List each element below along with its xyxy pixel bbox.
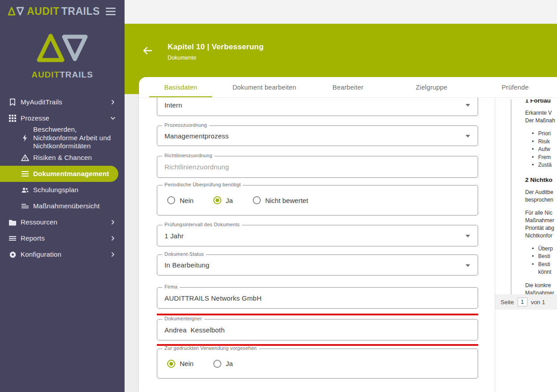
radio-option-ja[interactable]: Ja xyxy=(213,196,233,204)
field-value: Managementprozess xyxy=(164,132,229,140)
back-arrow-icon[interactable] xyxy=(142,46,152,55)
chevron-right-icon xyxy=(110,99,116,105)
preview-heading: 2 Nichtko xyxy=(525,177,557,183)
tab-bar: Basisdaten Dokument bearbeiten Bearbeite… xyxy=(139,77,557,98)
lines-icon xyxy=(21,203,30,209)
tab-basisdaten[interactable]: Basisdaten xyxy=(139,77,223,97)
field-placeholder: Richtlinienzuordnung xyxy=(164,163,229,171)
brand-triangles-icon xyxy=(7,6,25,17)
field-value: Intern xyxy=(164,101,182,109)
field-label: Prozesszuordnung xyxy=(162,122,209,128)
brand-text-trails: TRAILS xyxy=(61,5,100,17)
report-lines-icon xyxy=(8,236,17,241)
field-value: Andrea Kesselboth xyxy=(164,326,225,334)
radio-icon xyxy=(213,360,221,368)
sidebar-header: AUDITTRAILS xyxy=(0,0,125,22)
radio-icon xyxy=(167,360,175,368)
radio-option-nicht-bewertet[interactable]: Nicht bewertet xyxy=(253,196,308,204)
document-preview-page: 1 Fortlau Erkannte V Der Maßnah Priori R… xyxy=(511,99,557,294)
main-area: Kapitel 10 | Verbesserung Dokumente Basi… xyxy=(125,0,557,392)
field-label: Richtlinienzuordnung xyxy=(162,153,215,158)
field-value: In Bearbeitung xyxy=(164,261,209,269)
field-dokumenteigner[interactable]: Dokumenteigner Andrea Kesselboth xyxy=(157,319,478,340)
dropdown-caret-icon xyxy=(466,104,470,107)
dropdown-caret-icon xyxy=(466,135,470,138)
sidebar-item-label: Schulungsplan xyxy=(33,186,116,194)
field-label: Periodische Überprüfung benötigt xyxy=(162,182,243,187)
sidebar-item-label: Ressourcen xyxy=(21,218,110,227)
brand-text-audit: AUDIT xyxy=(27,5,60,17)
field-dokument-status[interactable]: Dokument-Status In Bearbeitung xyxy=(157,254,478,276)
sidebar-item-prozesse[interactable]: Prozesse xyxy=(0,110,125,126)
radio-group: Nein Ja xyxy=(164,360,233,368)
tab-pruefende[interactable]: Prüfende xyxy=(473,77,557,97)
sidebar-item-label: Prozesse xyxy=(21,114,110,123)
preview-heading: 1 Fortlau xyxy=(525,99,557,104)
logo-triangles-icon xyxy=(35,31,89,66)
sidebar-item-label: Risiken & Chancen xyxy=(33,154,116,162)
field-periodische-ueberpruefung: Periodische Überprüfung benötigt Nein Ja… xyxy=(157,185,478,215)
field-richtlinienzuordnung[interactable]: Richtlinienzuordnung Richtlinienzuordnun… xyxy=(157,156,478,178)
warning-triangle-icon xyxy=(21,154,30,161)
radio-option-nein[interactable]: Nein xyxy=(167,196,194,204)
field-label: Dokument-Status xyxy=(162,251,206,257)
field-value: AUDITTRAILS Networks GmbH xyxy=(164,294,262,302)
document-preview-panel: 1 Fortlau Erkannte V Der Maßnah Priori R… xyxy=(495,98,557,392)
dropdown-caret-icon xyxy=(466,235,470,237)
bookmark-icon xyxy=(8,98,17,106)
sidebar-item-beschwerden[interactable]: Beschwerden, Nichtkonforme Arbeit und Ni… xyxy=(0,126,125,150)
hamburger-menu-icon[interactable] xyxy=(106,8,116,15)
basisdaten-form: Intern Prozesszuordnung Managementprozes… xyxy=(157,98,478,392)
sidebar: AUDITTRAILS AUDITTRAILS MyAuditTrails P xyxy=(0,0,125,392)
radio-group: Nein Ja Nicht bewertet xyxy=(164,196,308,204)
page-subtitle: Dokumente xyxy=(168,55,263,61)
tab-dokument-bearbeiten[interactable]: Dokument bearbeiten xyxy=(223,77,307,97)
chevron-right-icon xyxy=(110,236,116,241)
dokumenteigner-wrapper: Dokumenteigner Andrea Kesselboth xyxy=(157,319,478,340)
folder-icon xyxy=(8,219,17,226)
preview-pagination-bar: Seite 1 von 1 xyxy=(495,294,557,310)
sidebar-item-massnahmenuebersicht[interactable]: Maßnahmenübersicht xyxy=(0,198,125,214)
page-title: Kapitel 10 | Verbesserung xyxy=(168,43,263,52)
sidebar-item-myaudittrails[interactable]: MyAuditTrails xyxy=(0,94,125,110)
field-firma[interactable]: Firma AUDITTRAILS Networks GmbH xyxy=(157,287,478,309)
field-prozesszuordnung[interactable]: Prozesszuordnung Managementprozess xyxy=(157,125,478,146)
field-label: Prüfungsintervall des Dokuments xyxy=(162,222,242,227)
sidebar-item-konfiguration[interactable]: Konfiguration xyxy=(0,246,125,263)
field-select-clipped[interactable]: Intern xyxy=(157,98,478,116)
sidebar-logo: AUDITTRAILS xyxy=(0,31,125,80)
people-icon xyxy=(21,187,30,193)
sidebar-item-ressourcen[interactable]: Ressourcen xyxy=(0,214,125,230)
sidebar-item-reports[interactable]: Reports xyxy=(0,230,125,246)
lightning-bolt-icon xyxy=(21,134,30,142)
list-icon xyxy=(21,171,30,177)
sidebar-item-label: MyAuditTrails xyxy=(21,98,110,107)
sidebar-item-schulungsplan[interactable]: Schulungsplan xyxy=(0,182,125,198)
field-label: Dokumenteigner xyxy=(162,316,204,321)
sidebar-item-label: Maßnahmenübersicht xyxy=(33,202,116,211)
dropdown-caret-icon xyxy=(466,264,470,267)
field-value: 1 Jahr xyxy=(164,232,184,240)
sidebar-item-dokumentmanagement[interactable]: Dokumentmanagement xyxy=(0,166,118,182)
chevron-right-icon xyxy=(110,220,116,225)
preview-bullet-list: Überp Besti Besti könnt xyxy=(525,245,557,276)
page-number-input[interactable]: 1 xyxy=(518,297,527,306)
tab-bearbeiter[interactable]: Bearbeiter xyxy=(306,77,390,97)
sidebar-item-risiken-chancen[interactable]: Risiken & Chancen xyxy=(0,150,125,166)
top-strip xyxy=(125,0,557,24)
field-pruefungsintervall[interactable]: Prüfungsintervall des Dokuments 1 Jahr xyxy=(157,225,478,246)
content-card: Basisdaten Dokument bearbeiten Bearbeite… xyxy=(139,77,557,392)
sidebar-item-label: Konfiguration xyxy=(21,250,110,259)
radio-icon xyxy=(213,196,221,204)
sidebar-item-label: Dokumentmanagement xyxy=(33,170,109,178)
field-label: Firma xyxy=(162,284,180,289)
field-gedruckte-verwendung: Zur gedruckten Verwendung vorgesehen Nei… xyxy=(157,349,478,379)
logo-wordmark: AUDITTRAILS xyxy=(0,70,125,80)
chevron-right-icon xyxy=(110,252,116,257)
sidebar-menu: MyAuditTrails Prozesse Beschwerden, Nich… xyxy=(0,94,125,263)
radio-option-ja[interactable]: Ja xyxy=(213,360,233,368)
radio-option-nein[interactable]: Nein xyxy=(167,360,194,368)
radio-icon xyxy=(167,196,175,204)
tab-zielgruppe[interactable]: Zielgruppe xyxy=(390,77,474,97)
gear-icon xyxy=(8,251,17,258)
